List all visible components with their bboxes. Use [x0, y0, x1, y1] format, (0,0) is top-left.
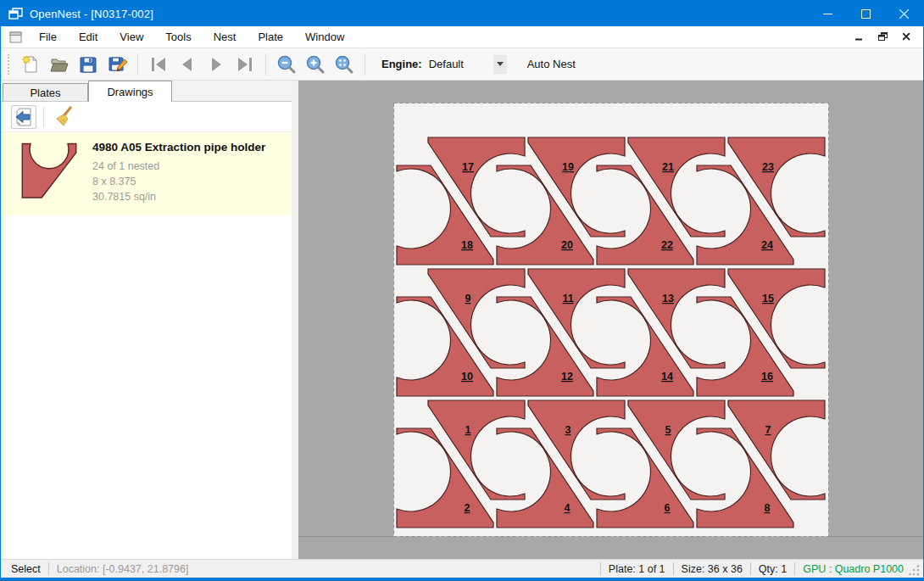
part-number: 7: [765, 424, 771, 436]
part-number: 13: [662, 293, 674, 304]
minimize-button[interactable]: [809, 1, 847, 26]
go-first-plate-button[interactable]: [144, 52, 173, 77]
save-icon: [78, 54, 98, 75]
part-number: 3: [565, 424, 571, 436]
import-drawing-button[interactable]: [11, 105, 36, 129]
engine-select[interactable]: Default: [429, 54, 507, 75]
status-separator: [48, 562, 49, 575]
import-drawing-icon: [14, 107, 33, 127]
clear-drawings-button[interactable]: [51, 105, 76, 129]
go-previous-plate-button[interactable]: [173, 52, 202, 77]
chevron-down-icon: [497, 62, 504, 66]
part-number: 12: [561, 371, 573, 383]
menu-item-edit[interactable]: Edit: [68, 26, 109, 47]
status-mode: Select: [11, 563, 41, 575]
part-number: 20: [561, 239, 573, 251]
status-bar: Select Location: [-0.9437, 21.8796] Plat…: [1, 559, 923, 578]
previous-plate-icon: [177, 55, 198, 74]
part-number: 16: [761, 371, 773, 383]
go-last-plate-button[interactable]: [231, 52, 259, 77]
zoom-fit-button[interactable]: [330, 52, 359, 77]
drawings-toolbar: [1, 102, 292, 132]
status-separator: [750, 562, 751, 575]
zoom-out-icon: [276, 54, 297, 75]
menu-item-view[interactable]: View: [109, 26, 154, 47]
tab-drawings[interactable]: Drawings: [88, 81, 172, 102]
part-number: 15: [762, 293, 774, 304]
part-number: 5: [665, 424, 671, 436]
drawing-list-item[interactable]: 4980 A05 Extraction pipe holder 24 of 1 …: [1, 132, 292, 215]
save-button[interactable]: [74, 52, 103, 77]
open-file-icon: [49, 54, 70, 75]
part-number: 9: [465, 293, 471, 304]
toolbar-separator: [137, 53, 138, 75]
status-location: Location: [-0.9437, 21.8796]: [57, 563, 189, 575]
menu-item-window[interactable]: Window: [294, 26, 355, 47]
close-button[interactable]: [885, 1, 923, 26]
mdi-document-icon[interactable]: [9, 31, 23, 43]
mdi-close-icon[interactable]: [898, 30, 915, 45]
part-number: 19: [562, 161, 574, 173]
window-bottom-border: [1, 578, 923, 580]
engine-label: Engine:: [381, 58, 422, 70]
part-number: 24: [761, 239, 773, 251]
part-number: 23: [762, 161, 774, 173]
main-toolbar: Engine: Default Auto Nest: [1, 48, 923, 81]
status-separator: [794, 562, 795, 575]
menu-item-plate[interactable]: Plate: [247, 26, 294, 47]
window-title: OpenNest - [N0317-002]: [30, 8, 153, 20]
menu-items: FileEditViewToolsNestPlateWindow: [28, 26, 355, 47]
auto-nest-button[interactable]: Auto Nest: [519, 53, 584, 75]
save-as-button[interactable]: [103, 52, 131, 77]
part-number: 2: [465, 502, 470, 514]
status-size: Size: 36 x 36: [682, 563, 743, 575]
menu-item-tools[interactable]: Tools: [154, 26, 202, 47]
mdi-minimize-icon[interactable]: [850, 30, 867, 45]
engine-dropdown-arrow[interactable]: [493, 55, 507, 74]
app-icon: [8, 8, 23, 20]
new-document-icon: [20, 54, 41, 75]
first-plate-icon: [148, 55, 169, 74]
title-bar: OpenNest - [N0317-002]: [1, 1, 923, 26]
drawing-thumbnail: [16, 141, 82, 207]
toolbar-separator: [365, 53, 365, 75]
broom-icon: [53, 106, 74, 128]
menu-item-file[interactable]: File: [28, 26, 68, 47]
drawing-area: 30.7815 sq/in: [92, 189, 265, 204]
zoom-out-button[interactable]: [272, 52, 301, 77]
nest-canvas-svg[interactable]: 181720192221242310912111413161521436587: [298, 81, 923, 559]
main-area: Plates Drawings: [1, 81, 923, 559]
mdi-restore-icon[interactable]: [874, 30, 891, 45]
tab-strip: Plates Drawings: [1, 81, 292, 102]
next-plate-icon: [206, 55, 226, 74]
zoom-fit-icon: [334, 54, 354, 75]
engine-value: Default: [429, 58, 493, 70]
toolbar-separator: [265, 53, 266, 75]
part-number: 14: [661, 371, 673, 383]
drawing-title: 4980 A05 Extraction pipe holder: [92, 141, 265, 154]
status-qty: Qty: 1: [759, 563, 787, 575]
part-number: 22: [661, 239, 673, 251]
status-separator: [673, 562, 674, 575]
tab-plates[interactable]: Plates: [3, 83, 88, 101]
new-document-button[interactable]: [16, 52, 45, 77]
part-number: 18: [461, 239, 473, 251]
go-next-plate-button[interactable]: [202, 52, 231, 77]
toolbar-grip[interactable]: [8, 54, 9, 75]
drawing-dimensions: 8 x 8.375: [92, 174, 265, 189]
resize-grip[interactable]: [909, 565, 921, 577]
maximize-button[interactable]: [847, 1, 885, 26]
panel-toolbar-separator: [43, 107, 44, 127]
part-number: 11: [562, 293, 573, 304]
zoom-in-button[interactable]: [301, 52, 330, 77]
panel-splitter[interactable]: [292, 81, 298, 559]
open-file-button[interactable]: [45, 52, 74, 77]
nest-canvas[interactable]: 181720192221242310912111413161521436587: [298, 81, 923, 559]
part-number: 1: [465, 424, 471, 436]
menu-item-nest[interactable]: Nest: [203, 26, 248, 47]
part-number: 4: [565, 502, 571, 514]
part-number: 8: [765, 502, 771, 514]
status-plate: Plate: 1 of 1: [609, 563, 665, 575]
menu-bar: FileEditViewToolsNestPlateWindow: [1, 26, 923, 48]
part-number: 10: [461, 371, 473, 383]
